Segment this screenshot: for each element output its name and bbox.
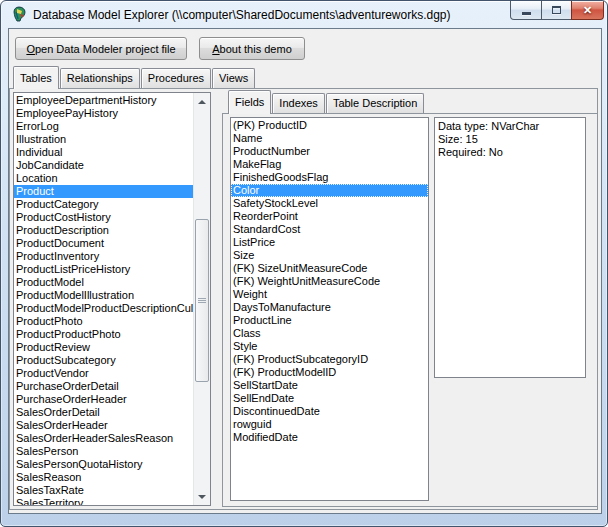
table-list-item[interactable]: ProductListPriceHistory — [14, 263, 193, 276]
field-list-item[interactable]: Color — [231, 184, 428, 197]
fields-list-content: (PK) ProductIDNameProductNumberMakeFlagF… — [231, 119, 428, 500]
main-tab[interactable]: Views — [212, 68, 255, 88]
field-list-item[interactable]: (FK) ProductSubcategoryID — [231, 353, 428, 366]
field-list-item[interactable]: (FK) SizeUnitMeasureCode — [231, 262, 428, 275]
titlebar[interactable]: Database Model Explorer (\\computer\Shar… — [1, 1, 607, 29]
field-list-item[interactable]: DaysToManufacture — [231, 301, 428, 314]
field-list-item[interactable]: (FK) WeightUnitMeasureCode — [231, 275, 428, 288]
app-icon — [11, 6, 27, 22]
field-detail-line: Data type: NVarChar — [438, 120, 585, 133]
grip-icon — [198, 298, 206, 303]
field-details-box: Data type: NVarCharSize: 15Required: No — [434, 117, 586, 378]
field-list-item[interactable]: MakeFlag — [231, 158, 428, 171]
button-label-accel: A — [212, 43, 219, 55]
field-list-item[interactable]: DiscontinuedDate — [231, 405, 428, 418]
minimize-button[interactable] — [510, 1, 542, 20]
table-list-item[interactable]: SalesPersonQuotaHistory — [14, 458, 193, 471]
field-list-item[interactable]: ReorderPoint — [231, 210, 428, 223]
field-list-item[interactable]: ProductLine — [231, 314, 428, 327]
button-label-accel: O — [26, 43, 35, 55]
field-list-item[interactable]: rowguid — [231, 418, 428, 431]
table-list-item[interactable]: SalesTaxRate — [14, 484, 193, 497]
field-list-item[interactable]: SafetyStockLevel — [231, 197, 428, 210]
table-list-item[interactable]: Illustration — [14, 133, 193, 146]
tables-scrollbar[interactable] — [193, 93, 210, 505]
table-list-item[interactable]: ProductVendor — [14, 367, 193, 380]
table-list-item[interactable]: ErrorLog — [14, 120, 193, 133]
open-project-button[interactable]: Open Data Modeler project file — [15, 37, 187, 60]
table-list-item[interactable]: Product — [14, 185, 193, 198]
triangle-down-icon — [198, 495, 206, 499]
field-list-item[interactable]: ModifiedDate — [231, 431, 428, 444]
about-demo-button[interactable]: About this demo — [199, 37, 305, 60]
button-label-rest: pen Data Modeler project file — [35, 43, 176, 55]
main-tab[interactable]: Relationships — [60, 68, 140, 88]
table-list-item[interactable]: Location — [14, 172, 193, 185]
detail-tab[interactable]: Table Description — [326, 93, 424, 113]
window-title: Database Model Explorer (\\computer\Shar… — [33, 8, 451, 22]
table-list-item[interactable]: PurchaseOrderHeader — [14, 393, 193, 406]
field-list-item[interactable]: SellStartDate — [231, 379, 428, 392]
maximize-button[interactable] — [542, 1, 571, 20]
close-button[interactable]: ✕ — [571, 1, 604, 20]
table-list-item[interactable]: ProductReview — [14, 341, 193, 354]
table-list-item[interactable]: ProductModelIllustration — [14, 289, 193, 302]
table-list-item[interactable]: PurchaseOrderDetail — [14, 380, 193, 393]
caption-buttons: ✕ — [510, 1, 604, 20]
main-tab[interactable]: Tables — [13, 66, 59, 89]
fields-listbox: (PK) ProductIDNameProductNumberMakeFlagF… — [230, 117, 429, 501]
table-list-item[interactable]: ProductProductPhoto — [14, 328, 193, 341]
field-list-item[interactable]: ListPrice — [231, 236, 428, 249]
field-list-item[interactable]: Size — [231, 249, 428, 262]
main-tabstrip: TablesRelationshipsProceduresViews — [13, 66, 256, 89]
tables-list-content: EmployeeDepartmentHistoryEmployeePayHist… — [14, 94, 193, 505]
detail-tab[interactable]: Fields — [228, 90, 271, 114]
tables-listbox: EmployeeDepartmentHistoryEmployeePayHist… — [13, 92, 211, 506]
detail-tabstrip: FieldsIndexesTable Description — [228, 90, 425, 114]
app-window: Database Model Explorer (\\computer\Shar… — [0, 0, 608, 527]
table-list-item[interactable]: SalesReason — [14, 471, 193, 484]
table-list-item[interactable]: SalesOrderHeaderSalesReason — [14, 432, 193, 445]
button-label-rest: bout this demo — [220, 43, 292, 55]
scrollbar-thumb[interactable] — [195, 219, 209, 382]
table-list-item[interactable]: EmployeePayHistory — [14, 107, 193, 120]
client-area: Open Data Modeler project file About thi… — [8, 28, 602, 514]
main-tab[interactable]: Procedures — [141, 68, 211, 88]
field-list-item[interactable]: Class — [231, 327, 428, 340]
table-list-item[interactable]: ProductSubcategory — [14, 354, 193, 367]
field-list-item[interactable]: StandardCost — [231, 223, 428, 236]
field-detail-line: Size: 15 — [438, 133, 585, 146]
table-list-item[interactable]: ProductModel — [14, 276, 193, 289]
table-list-item[interactable]: ProductPhoto — [14, 315, 193, 328]
maximize-icon — [552, 6, 561, 14]
table-list-item[interactable]: ProductDescription — [14, 224, 193, 237]
table-list-item[interactable]: ProductModelProductDescriptionCulture — [14, 302, 193, 315]
table-list-item[interactable]: ProductCostHistory — [14, 211, 193, 224]
field-list-item[interactable]: Name — [231, 132, 428, 145]
table-list-item[interactable]: SalesPerson — [14, 445, 193, 458]
detail-tab[interactable]: Indexes — [272, 93, 325, 113]
close-icon: ✕ — [583, 5, 592, 16]
table-list-item[interactable]: EmployeeDepartmentHistory — [14, 94, 193, 107]
table-list-item[interactable]: ProductCategory — [14, 198, 193, 211]
table-list-item[interactable]: SalesOrderHeader — [14, 419, 193, 432]
field-list-item[interactable]: FinishedGoodsFlag — [231, 171, 428, 184]
table-list-item[interactable]: JobCandidate — [14, 159, 193, 172]
field-list-item[interactable]: Weight — [231, 288, 428, 301]
table-list-item[interactable]: Individual — [14, 146, 193, 159]
minimize-icon — [522, 12, 531, 15]
field-list-item[interactable]: ProductNumber — [231, 145, 428, 158]
table-list-item[interactable]: SalesOrderDetail — [14, 406, 193, 419]
field-list-item[interactable]: Style — [231, 340, 428, 353]
field-list-item[interactable]: (PK) ProductID — [231, 119, 428, 132]
scroll-up-button[interactable] — [194, 93, 210, 110]
table-list-item[interactable]: ProductInventory — [14, 250, 193, 263]
table-list-item[interactable]: SalesTerritory — [14, 497, 193, 505]
triangle-up-icon — [198, 100, 206, 104]
table-list-item[interactable]: ProductDocument — [14, 237, 193, 250]
field-detail-line: Required: No — [438, 146, 585, 159]
field-list-item[interactable]: (FK) ProductModelID — [231, 366, 428, 379]
field-list-item[interactable]: SellEndDate — [231, 392, 428, 405]
scroll-down-button[interactable] — [194, 488, 210, 505]
